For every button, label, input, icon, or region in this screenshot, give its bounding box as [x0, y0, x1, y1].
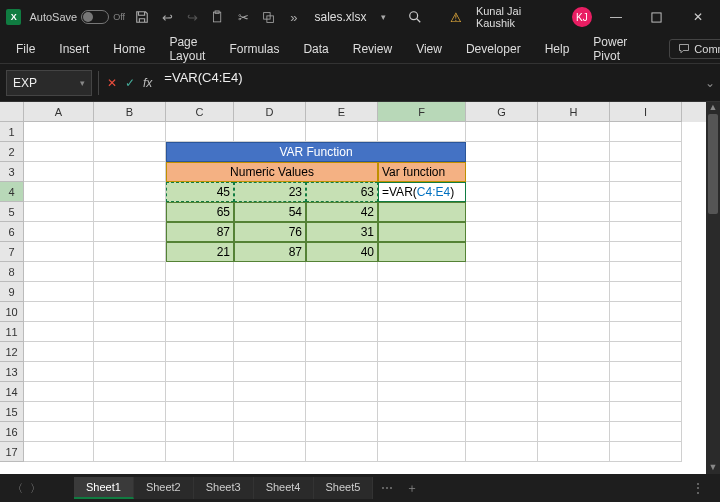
cell[interactable]	[378, 282, 466, 302]
expand-formula-bar-icon[interactable]: ⌄	[700, 76, 720, 90]
cell[interactable]	[166, 402, 234, 422]
cell[interactable]	[306, 282, 378, 302]
ribbon-tab[interactable]: Data	[301, 38, 330, 60]
cell[interactable]	[166, 442, 234, 462]
cell[interactable]	[378, 122, 466, 142]
row-header[interactable]: 14	[0, 382, 24, 402]
cell[interactable]	[166, 302, 234, 322]
cell[interactable]	[538, 182, 610, 202]
cell[interactable]	[466, 402, 538, 422]
cell[interactable]	[94, 142, 166, 162]
cell[interactable]	[538, 442, 610, 462]
undo-icon[interactable]: ↩	[158, 8, 175, 26]
cell[interactable]	[466, 182, 538, 202]
sheet-nav-prev[interactable]: 〈	[8, 481, 26, 496]
cell[interactable]	[610, 282, 682, 302]
scroll-up-icon[interactable]: ▲	[706, 102, 720, 114]
row-header[interactable]: 4	[0, 182, 24, 202]
column-header[interactable]: D	[234, 102, 306, 122]
cell[interactable]	[378, 202, 466, 222]
column-header[interactable]: B	[94, 102, 166, 122]
minimize-button[interactable]: ―	[600, 3, 633, 31]
cell[interactable]	[466, 262, 538, 282]
qat-more-icon[interactable]: »	[285, 8, 302, 26]
cell[interactable]	[166, 262, 234, 282]
cell[interactable]	[234, 362, 306, 382]
cell[interactable]	[166, 342, 234, 362]
cell[interactable]	[610, 382, 682, 402]
cell[interactable]	[610, 342, 682, 362]
cell[interactable]	[24, 182, 94, 202]
cell[interactable]	[94, 242, 166, 262]
cell[interactable]	[466, 282, 538, 302]
cell[interactable]	[466, 162, 538, 182]
cell[interactable]	[378, 382, 466, 402]
cell[interactable]	[306, 122, 378, 142]
row-header[interactable]: 7	[0, 242, 24, 262]
cell[interactable]: 40	[306, 242, 378, 262]
cell[interactable]	[94, 342, 166, 362]
cell[interactable]	[306, 382, 378, 402]
ribbon-tab[interactable]: Review	[351, 38, 394, 60]
ribbon-tab[interactable]: Help	[543, 38, 572, 60]
cell[interactable]	[378, 242, 466, 262]
cell[interactable]	[466, 442, 538, 462]
cell[interactable]	[306, 322, 378, 342]
cell[interactable]	[306, 342, 378, 362]
row-header[interactable]: 16	[0, 422, 24, 442]
cell[interactable]	[234, 422, 306, 442]
cell[interactable]: 63	[306, 182, 378, 202]
user-avatar[interactable]: KJ	[572, 7, 591, 27]
cell[interactable]	[538, 322, 610, 342]
cell[interactable]	[94, 122, 166, 142]
enter-formula-icon[interactable]: ✓	[125, 76, 135, 90]
cell[interactable]	[610, 222, 682, 242]
comments-button[interactable]: Comments	[669, 39, 720, 59]
cell[interactable]	[306, 302, 378, 322]
cell[interactable]	[466, 382, 538, 402]
status-options-icon[interactable]: ⋮	[684, 481, 712, 495]
ribbon-tab[interactable]: Power Pivot	[591, 31, 629, 67]
cell[interactable]	[94, 162, 166, 182]
row-header[interactable]: 15	[0, 402, 24, 422]
cell[interactable]	[378, 322, 466, 342]
cell[interactable]	[24, 262, 94, 282]
scroll-thumb[interactable]	[708, 114, 718, 214]
cell[interactable]	[610, 142, 682, 162]
cell[interactable]	[234, 402, 306, 422]
cell[interactable]: 76	[234, 222, 306, 242]
cell[interactable]	[94, 302, 166, 322]
cell[interactable]	[538, 262, 610, 282]
cell[interactable]	[306, 422, 378, 442]
ribbon-tab[interactable]: Home	[111, 38, 147, 60]
cell[interactable]	[378, 262, 466, 282]
warning-icon[interactable]: ⚠	[450, 10, 462, 25]
cell[interactable]	[94, 202, 166, 222]
column-header[interactable]: H	[538, 102, 610, 122]
cell[interactable]	[24, 362, 94, 382]
sheet-more-icon[interactable]: ⋯	[373, 481, 401, 495]
cell[interactable]	[166, 382, 234, 402]
cell[interactable]	[466, 242, 538, 262]
column-header[interactable]: E	[306, 102, 378, 122]
cell[interactable]	[166, 422, 234, 442]
row-header[interactable]: 12	[0, 342, 24, 362]
cell[interactable]	[378, 422, 466, 442]
cell[interactable]	[538, 122, 610, 142]
autosave-toggle[interactable]: AutoSave Off	[29, 10, 125, 24]
cell[interactable]	[94, 322, 166, 342]
select-all-corner[interactable]	[0, 102, 24, 122]
cell[interactable]	[166, 282, 234, 302]
cell[interactable]	[24, 342, 94, 362]
cell[interactable]	[94, 222, 166, 242]
cell[interactable]	[466, 222, 538, 242]
cell[interactable]	[94, 262, 166, 282]
cell[interactable]: 45	[166, 182, 234, 202]
close-button[interactable]: ✕	[681, 3, 714, 31]
cell[interactable]	[466, 322, 538, 342]
sheet-nav-next[interactable]: 〉	[26, 481, 44, 496]
row-header[interactable]: 9	[0, 282, 24, 302]
cell[interactable]	[538, 222, 610, 242]
cell[interactable]	[24, 142, 94, 162]
cell[interactable]: 23	[234, 182, 306, 202]
